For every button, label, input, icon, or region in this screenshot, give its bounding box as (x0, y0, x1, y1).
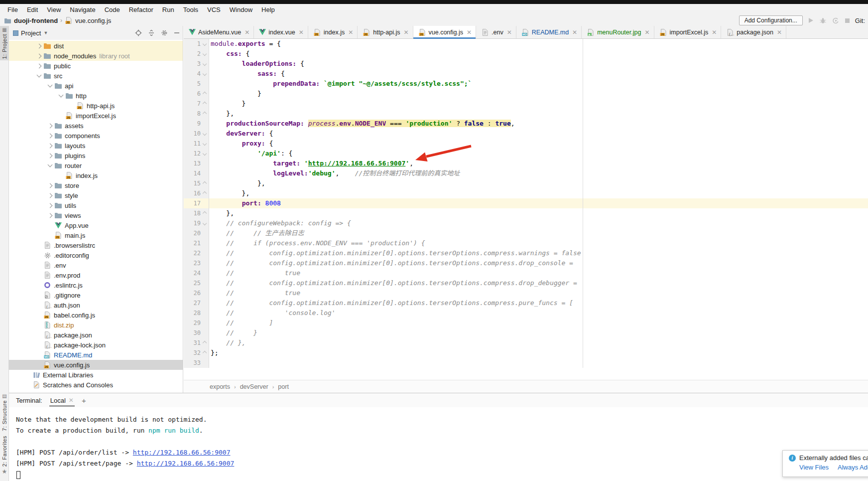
chevron-right-icon[interactable] (46, 214, 54, 217)
collapse-all-icon[interactable] (148, 29, 155, 36)
code-line-31[interactable]: 31 // }, (184, 338, 868, 348)
project-panel-title[interactable]: Project (21, 29, 41, 37)
tree-item-scratches-and-consoles[interactable]: Scratches and Consoles (9, 380, 183, 390)
tree-item-src[interactable]: src (9, 71, 183, 81)
tree-item-assets[interactable]: assets (9, 121, 183, 131)
tree-item-router[interactable]: router (9, 160, 183, 170)
tree-item-package-json[interactable]: {..}package.json (9, 330, 183, 340)
tree-item--editorconfig[interactable]: .editorconfig (9, 250, 183, 260)
fold-marker-icon[interactable] (201, 112, 209, 115)
tree-item-style[interactable]: style (9, 190, 183, 200)
fold-marker-icon[interactable] (201, 152, 209, 155)
code-line-32[interactable]: 32}; (184, 348, 868, 358)
chevron-right-icon[interactable] (46, 194, 54, 197)
tree-item-layouts[interactable]: layouts (9, 141, 183, 151)
notification-action-view-files[interactable]: View Files (799, 464, 829, 471)
chevron-right-icon[interactable] (35, 64, 43, 68)
code-line-9[interactable]: 9 productionSourceMap: process.env.NODE_… (184, 119, 868, 129)
chevron-down-icon[interactable] (35, 75, 43, 77)
tree-item-components[interactable]: components (9, 131, 183, 141)
code-line-24[interactable]: 24 // true (184, 268, 868, 278)
tab-close-icon[interactable]: ✕ (403, 29, 408, 36)
chevron-right-icon[interactable] (46, 184, 54, 187)
fold-marker-icon[interactable] (201, 222, 209, 225)
menu-edit[interactable]: Edit (22, 6, 42, 13)
locate-file-icon[interactable] (135, 29, 142, 36)
tree-item--gitignore[interactable]: .gitignore (9, 290, 183, 300)
terminal-url-link[interactable]: http://192.168.66.56:9007 (137, 460, 235, 467)
menu-help[interactable]: Help (257, 6, 279, 13)
code-line-30[interactable]: 30 // } (184, 328, 868, 338)
menu-code[interactable]: Code (100, 6, 124, 13)
editor-tab-vue-config-js[interactable]: JSvue.config.js✕ (413, 26, 477, 38)
code-line-6[interactable]: 6 } (184, 89, 868, 99)
notification-action-always-add[interactable]: Always Add (838, 464, 868, 471)
fold-marker-icon[interactable] (201, 192, 209, 195)
editor-tab--env[interactable]: .env✕ (476, 26, 516, 38)
tree-item-index-js[interactable]: JSindex.js (9, 170, 183, 180)
chevron-right-icon[interactable] (46, 124, 54, 128)
tree-item-node-modules[interactable]: node_moduleslibrary root (9, 51, 183, 61)
tree-item-babel-config-js[interactable]: JSbabel.config.js (9, 310, 183, 320)
terminal-tab-local[interactable]: Local ✕ (49, 394, 75, 407)
tab-close-icon[interactable]: ✕ (572, 29, 577, 36)
menu-view[interactable]: View (42, 6, 65, 13)
chevron-down-icon[interactable] (46, 164, 54, 166)
tool-window-button-structure[interactable]: ▤ 7: Structure (0, 394, 9, 431)
git-branch-label[interactable]: Git: (855, 17, 865, 24)
editor-tab-index-js[interactable]: JSindex.js✕ (308, 26, 358, 38)
chevron-right-icon[interactable] (46, 204, 54, 207)
tree-item-dist-zip[interactable]: dist.zip (9, 320, 183, 330)
tree-item-plugins[interactable]: plugins (9, 151, 183, 160)
project-view-dropdown-icon[interactable]: ▼ (43, 30, 48, 35)
code-line-25[interactable]: 25 // config.optimization.minimizer[0].o… (184, 278, 868, 288)
tree-item-store[interactable]: store (9, 180, 183, 190)
tab-close-icon[interactable]: ✕ (245, 29, 249, 36)
tab-close-icon[interactable]: ✕ (644, 29, 649, 36)
fold-marker-icon[interactable] (201, 132, 209, 135)
code-line-1[interactable]: 1module.exports = { (184, 39, 868, 49)
tree-item-importexcel-js[interactable]: JSimportExcel.js (9, 111, 183, 121)
chevron-down-icon[interactable] (57, 95, 65, 97)
run-icon[interactable] (808, 17, 814, 23)
fold-marker-icon[interactable] (201, 72, 209, 75)
hide-panel-icon[interactable] (174, 30, 180, 36)
new-terminal-session-icon[interactable]: + (82, 396, 86, 405)
tab-close-icon[interactable]: ✕ (777, 29, 782, 36)
editor-tab-index-vue[interactable]: index.vue✕ (254, 26, 308, 38)
code-line-4[interactable]: 4 sass: { (184, 69, 868, 79)
code-line-29[interactable]: 29 // ] (184, 318, 868, 328)
editor-breadcrumb-port[interactable]: port (278, 383, 289, 390)
tree-item-readme-md[interactable]: MDREADME.md (9, 350, 183, 360)
code-line-15[interactable]: 15 }, (184, 178, 868, 188)
tree-item-app-vue[interactable]: App.vue (9, 220, 183, 230)
fold-marker-icon[interactable] (201, 92, 209, 95)
tree-item-package-lock-json[interactable]: {..}package-lock.json (9, 340, 183, 350)
breadcrumb-project[interactable]: duoji-frontend (14, 17, 58, 24)
menu-tools[interactable]: Tools (179, 6, 203, 13)
code-line-16[interactable]: 16 }, (184, 188, 868, 198)
chevron-right-icon[interactable] (46, 144, 54, 148)
tree-item--env[interactable]: .env (9, 260, 183, 270)
add-configuration-button[interactable]: Add Configuration... (739, 15, 803, 25)
tab-close-icon[interactable]: ✕ (348, 29, 353, 36)
code-line-20[interactable]: 20 // // 生产去除日志 (184, 228, 868, 238)
code-line-28[interactable]: 28 // 'console.log' (184, 308, 868, 318)
menu-refactor[interactable]: Refactor (124, 6, 158, 13)
tab-close-icon[interactable]: ✕ (712, 29, 717, 36)
tree-item--env-prod[interactable]: .env.prod (9, 270, 183, 280)
tree-item-views[interactable]: views (9, 210, 183, 220)
tree-item-dist[interactable]: dist (9, 41, 183, 51)
editor-tab-menurouter-jpg[interactable]: menuRouter.jpg✕ (582, 26, 654, 38)
menu-vcs[interactable]: VCS (203, 6, 225, 13)
code-line-12[interactable]: 12 '/api': { (184, 149, 868, 159)
code-line-23[interactable]: 23 // config.optimization.minimizer[0].o… (184, 258, 868, 268)
run-with-coverage-icon[interactable] (832, 17, 839, 24)
fold-marker-icon[interactable] (201, 341, 209, 344)
code-line-2[interactable]: 2 css: { (184, 49, 868, 59)
tool-window-button-favorites[interactable]: 2: Favorites ★ (0, 436, 9, 475)
menu-file[interactable]: File (3, 6, 22, 13)
code-line-17[interactable]: 17 port: 8008 (184, 198, 868, 208)
fold-marker-icon[interactable] (201, 142, 209, 145)
code-line-8[interactable]: 8 }, (184, 109, 868, 119)
